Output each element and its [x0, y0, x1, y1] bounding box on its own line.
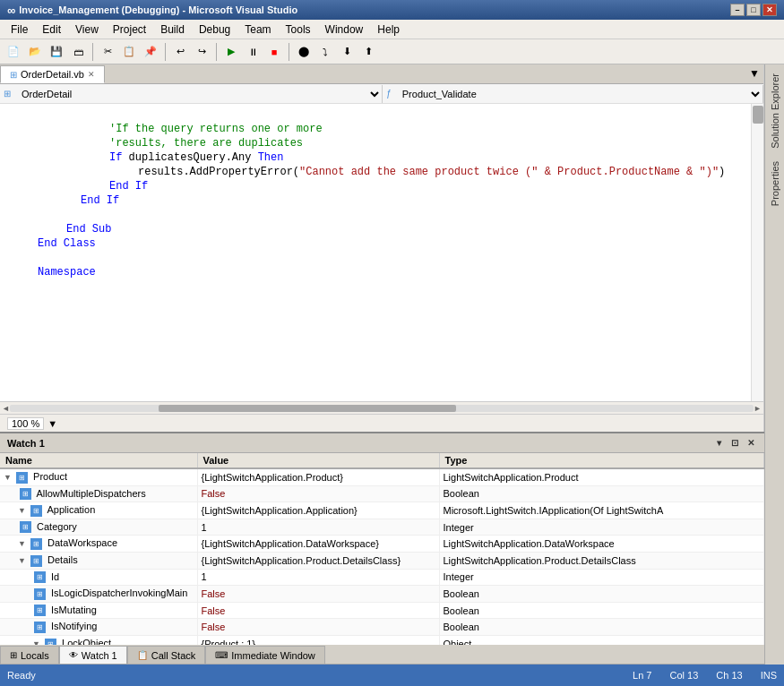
close-button[interactable]: ✕: [762, 4, 777, 16]
watch-row-0[interactable]: ▼ ⊞ Product {LightSwitchApplication.Prod…: [0, 468, 764, 485]
scroll-right-button[interactable]: ►: [754, 404, 762, 413]
toolbar-open[interactable]: 📂: [25, 42, 45, 62]
watch-cell-type: Boolean: [439, 586, 764, 603]
menu-edit[interactable]: Edit: [35, 20, 68, 39]
toolbar-new[interactable]: 📄: [4, 42, 23, 62]
immediate-label: Immediate Window: [231, 650, 315, 661]
tab-immediate[interactable]: ⌨ Immediate Window: [205, 646, 325, 664]
toolbar-step-out[interactable]: ⬆: [358, 42, 378, 62]
code-nav-class-select[interactable]: OrderDetail: [14, 85, 383, 103]
toolbar-cut[interactable]: ✂: [98, 42, 117, 62]
status-ins: INS: [761, 670, 777, 681]
menu-team[interactable]: Team: [237, 20, 278, 39]
menu-view[interactable]: View: [68, 20, 106, 39]
toolbar-save-all[interactable]: 🗃: [68, 42, 88, 62]
expand-icon[interactable]: ▼: [18, 556, 26, 565]
watch-pin-button[interactable]: ▾: [712, 437, 725, 450]
watch-row-5[interactable]: ▼ ⊞ Details {LightSwitchApplication.Prod…: [0, 552, 764, 569]
watch-row-3[interactable]: ⊞ Category 1 Integer: [0, 519, 764, 536]
toolbar-sep-4: [289, 43, 289, 61]
tab-close-icon[interactable]: ✕: [88, 70, 95, 79]
toolbar-step-over[interactable]: ⤵: [315, 42, 335, 62]
watch-close-button[interactable]: ✕: [745, 437, 757, 450]
watch-float-button[interactable]: ⊡: [728, 437, 741, 450]
watch-cell-value: False: [197, 602, 439, 619]
scroll-thumb[interactable]: [159, 405, 456, 412]
col-name[interactable]: Name: [0, 453, 197, 468]
maximize-button[interactable]: □: [746, 4, 761, 16]
title-bar: ∞ Invoice_Management (Debugging) - Micro…: [0, 0, 784, 20]
row-name: IsNotifying: [51, 621, 97, 631]
watch-cell-value: {LightSwitchApplication.DataWorkspace}: [197, 536, 439, 553]
editor-container: ⊞ OrderDetail.vb ✕ ▼ ⊞ OrderDetail ƒ Pro…: [0, 64, 764, 432]
watch-row-9[interactable]: ⊞ IsNotifying False Boolean: [0, 619, 764, 636]
code-line: [0, 107, 763, 122]
watch-cell-name: ⊞ Id: [0, 569, 197, 586]
title-bar-controls: – □ ✕: [730, 4, 777, 16]
toolbar-stop[interactable]: ■: [264, 42, 284, 62]
toolbar-pause[interactable]: ⏸: [243, 42, 263, 62]
zoom-dropdown-icon[interactable]: ▼: [47, 418, 57, 429]
zoom-level[interactable]: 100 %: [7, 417, 44, 430]
menu-debug[interactable]: Debug: [192, 20, 237, 39]
menu-window[interactable]: Window: [318, 20, 371, 39]
code-line: [0, 251, 763, 265]
sidebar-properties[interactable]: Properties: [768, 156, 782, 211]
toolbar-save[interactable]: 💾: [47, 42, 66, 62]
locals-label: Locals: [21, 650, 49, 661]
watch1-label: Watch 1: [82, 650, 117, 661]
toolbar-bp[interactable]: ⬤: [294, 42, 314, 62]
watch-row-8[interactable]: ⊞ IsMutating False Boolean: [0, 602, 764, 619]
toolbar-redo[interactable]: ↪: [192, 42, 211, 62]
toolbar-paste[interactable]: 📌: [141, 42, 160, 62]
menu-bar: File Edit View Project Build Debug Team …: [0, 20, 784, 39]
code-line: End If: [0, 179, 763, 193]
watch-cell-name: ▼ ⊞ LockObject: [0, 635, 197, 645]
menu-project[interactable]: Project: [106, 20, 153, 39]
minimize-button[interactable]: –: [730, 4, 745, 16]
expand-icon[interactable]: ▼: [4, 473, 12, 482]
status-ready: Ready: [7, 670, 615, 681]
locals-icon: ⊞: [10, 650, 17, 660]
vertical-scrollbar[interactable]: [751, 104, 763, 401]
toolbar-step-in[interactable]: ⬇: [337, 42, 357, 62]
menu-file[interactable]: File: [4, 20, 35, 39]
tab-locals[interactable]: ⊞ Locals: [0, 646, 59, 664]
tab-watch1[interactable]: 👁 Watch 1: [59, 646, 127, 664]
tab-callstack[interactable]: 📋 Call Stack: [127, 646, 206, 664]
menu-help[interactable]: Help: [370, 20, 407, 39]
toolbar-undo[interactable]: ↩: [170, 42, 190, 62]
code-editor[interactable]: 'If the query returns one or more 'resul…: [0, 104, 763, 401]
col-type[interactable]: Type: [439, 453, 764, 468]
watch-cell-type: Boolean: [439, 619, 764, 636]
row-name: LockObject: [62, 638, 111, 645]
watch-row-2[interactable]: ▼ ⊞ Application {LightSwitchApplication.…: [0, 502, 764, 519]
expand-icon[interactable]: ▼: [18, 506, 26, 515]
watch-cell-name: ▼ ⊞ Product: [0, 468, 197, 485]
watch-row-10[interactable]: ▼ ⊞ LockObject {Product : 1} Object: [0, 635, 764, 645]
vs-icon: ∞: [7, 4, 15, 17]
watch-row-6[interactable]: ⊞ Id 1 Integer: [0, 569, 764, 586]
toolbar-copy[interactable]: 📋: [119, 42, 139, 62]
row-name: Details: [47, 554, 78, 565]
menu-build[interactable]: Build: [153, 20, 192, 39]
menu-tools[interactable]: Tools: [279, 20, 318, 39]
expand-icon[interactable]: ▼: [18, 539, 26, 548]
watch-row-1[interactable]: ⊞ AllowMultipleDispatchers False Boolean: [0, 485, 764, 502]
col-value[interactable]: Value: [197, 453, 439, 468]
scroll-left-button[interactable]: ◄: [2, 404, 10, 413]
watch-cell-value: {LightSwitchApplication.Application}: [197, 502, 439, 519]
sidebar-solution-explorer[interactable]: Solution Explorer: [768, 68, 782, 154]
code-nav-method-select[interactable]: Product_Validate: [395, 85, 763, 103]
watch-cell-type: LightSwitchApplication.DataWorkspace: [439, 536, 764, 553]
watch-row-7[interactable]: ⊞ IsLogicDispatcherInvokingMain False Bo…: [0, 586, 764, 603]
watch-cell-value: {LightSwitchApplication.Product}: [197, 468, 439, 485]
toolbar-run[interactable]: ▶: [221, 42, 241, 62]
watch-table-container[interactable]: Name Value Type ▼ ⊞ Product {LightSwitch…: [0, 453, 764, 645]
callstack-icon: 📋: [137, 650, 148, 660]
tab-dropdown-button[interactable]: ▼: [745, 64, 763, 83]
horizontal-scrollbar[interactable]: ◄ ►: [0, 401, 763, 414]
watch-row-4[interactable]: ▼ ⊞ DataWorkspace {LightSwitchApplicatio…: [0, 536, 764, 553]
tab-orderdetail[interactable]: ⊞ OrderDetail.vb ✕: [0, 65, 105, 83]
watch-cell-value: False: [197, 619, 439, 636]
